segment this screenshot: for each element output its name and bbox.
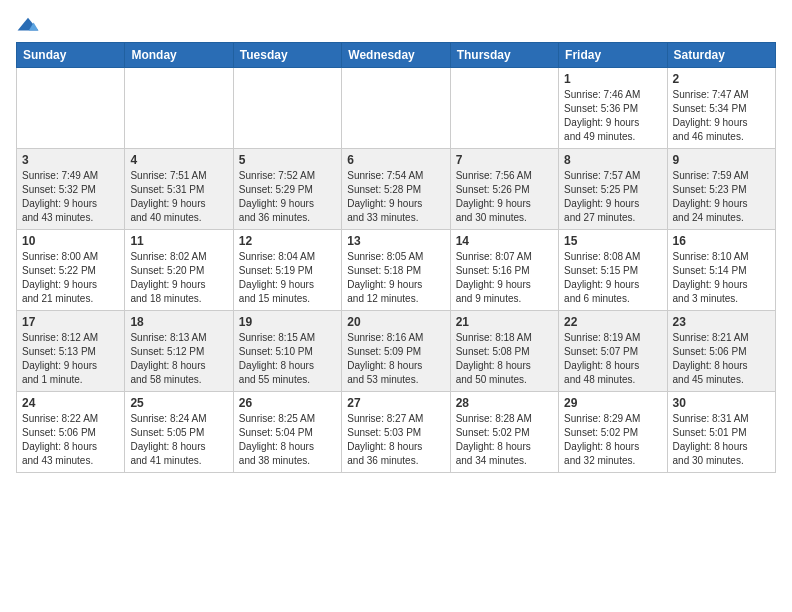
day-number: 4 bbox=[130, 153, 227, 167]
day-info: Sunrise: 8:24 AM Sunset: 5:05 PM Dayligh… bbox=[130, 412, 227, 468]
calendar-cell: 3Sunrise: 7:49 AM Sunset: 5:32 PM Daylig… bbox=[17, 149, 125, 230]
day-info: Sunrise: 8:27 AM Sunset: 5:03 PM Dayligh… bbox=[347, 412, 444, 468]
calendar-table: SundayMondayTuesdayWednesdayThursdayFrid… bbox=[16, 42, 776, 473]
calendar-cell bbox=[17, 68, 125, 149]
column-header-sunday: Sunday bbox=[17, 43, 125, 68]
day-info: Sunrise: 7:59 AM Sunset: 5:23 PM Dayligh… bbox=[673, 169, 770, 225]
day-info: Sunrise: 8:08 AM Sunset: 5:15 PM Dayligh… bbox=[564, 250, 661, 306]
day-info: Sunrise: 7:54 AM Sunset: 5:28 PM Dayligh… bbox=[347, 169, 444, 225]
column-header-tuesday: Tuesday bbox=[233, 43, 341, 68]
day-info: Sunrise: 7:57 AM Sunset: 5:25 PM Dayligh… bbox=[564, 169, 661, 225]
calendar-cell: 24Sunrise: 8:22 AM Sunset: 5:06 PM Dayli… bbox=[17, 392, 125, 473]
day-info: Sunrise: 8:04 AM Sunset: 5:19 PM Dayligh… bbox=[239, 250, 336, 306]
day-info: Sunrise: 8:19 AM Sunset: 5:07 PM Dayligh… bbox=[564, 331, 661, 387]
calendar-cell: 16Sunrise: 8:10 AM Sunset: 5:14 PM Dayli… bbox=[667, 230, 775, 311]
day-info: Sunrise: 8:02 AM Sunset: 5:20 PM Dayligh… bbox=[130, 250, 227, 306]
day-number: 26 bbox=[239, 396, 336, 410]
day-info: Sunrise: 8:00 AM Sunset: 5:22 PM Dayligh… bbox=[22, 250, 119, 306]
column-header-friday: Friday bbox=[559, 43, 667, 68]
day-number: 1 bbox=[564, 72, 661, 86]
day-info: Sunrise: 8:18 AM Sunset: 5:08 PM Dayligh… bbox=[456, 331, 553, 387]
day-number: 2 bbox=[673, 72, 770, 86]
week-row-2: 3Sunrise: 7:49 AM Sunset: 5:32 PM Daylig… bbox=[17, 149, 776, 230]
day-number: 27 bbox=[347, 396, 444, 410]
calendar-cell: 10Sunrise: 8:00 AM Sunset: 5:22 PM Dayli… bbox=[17, 230, 125, 311]
day-number: 7 bbox=[456, 153, 553, 167]
logo bbox=[16, 16, 50, 34]
calendar-cell: 11Sunrise: 8:02 AM Sunset: 5:20 PM Dayli… bbox=[125, 230, 233, 311]
day-number: 28 bbox=[456, 396, 553, 410]
calendar-body: 1Sunrise: 7:46 AM Sunset: 5:36 PM Daylig… bbox=[17, 68, 776, 473]
calendar-cell: 18Sunrise: 8:13 AM Sunset: 5:12 PM Dayli… bbox=[125, 311, 233, 392]
calendar-cell: 7Sunrise: 7:56 AM Sunset: 5:26 PM Daylig… bbox=[450, 149, 558, 230]
day-number: 17 bbox=[22, 315, 119, 329]
day-info: Sunrise: 8:25 AM Sunset: 5:04 PM Dayligh… bbox=[239, 412, 336, 468]
calendar-cell: 26Sunrise: 8:25 AM Sunset: 5:04 PM Dayli… bbox=[233, 392, 341, 473]
day-number: 22 bbox=[564, 315, 661, 329]
column-header-wednesday: Wednesday bbox=[342, 43, 450, 68]
calendar-cell: 4Sunrise: 7:51 AM Sunset: 5:31 PM Daylig… bbox=[125, 149, 233, 230]
calendar-cell bbox=[450, 68, 558, 149]
day-number: 19 bbox=[239, 315, 336, 329]
logo-icon bbox=[16, 16, 40, 34]
week-row-1: 1Sunrise: 7:46 AM Sunset: 5:36 PM Daylig… bbox=[17, 68, 776, 149]
day-number: 6 bbox=[347, 153, 444, 167]
header-row: SundayMondayTuesdayWednesdayThursdayFrid… bbox=[17, 43, 776, 68]
calendar-header: SundayMondayTuesdayWednesdayThursdayFrid… bbox=[17, 43, 776, 68]
calendar-cell: 8Sunrise: 7:57 AM Sunset: 5:25 PM Daylig… bbox=[559, 149, 667, 230]
day-info: Sunrise: 7:51 AM Sunset: 5:31 PM Dayligh… bbox=[130, 169, 227, 225]
day-info: Sunrise: 8:22 AM Sunset: 5:06 PM Dayligh… bbox=[22, 412, 119, 468]
calendar-cell: 17Sunrise: 8:12 AM Sunset: 5:13 PM Dayli… bbox=[17, 311, 125, 392]
calendar-cell: 29Sunrise: 8:29 AM Sunset: 5:02 PM Dayli… bbox=[559, 392, 667, 473]
column-header-monday: Monday bbox=[125, 43, 233, 68]
day-info: Sunrise: 8:10 AM Sunset: 5:14 PM Dayligh… bbox=[673, 250, 770, 306]
day-number: 15 bbox=[564, 234, 661, 248]
day-number: 18 bbox=[130, 315, 227, 329]
calendar-cell: 12Sunrise: 8:04 AM Sunset: 5:19 PM Dayli… bbox=[233, 230, 341, 311]
day-info: Sunrise: 8:29 AM Sunset: 5:02 PM Dayligh… bbox=[564, 412, 661, 468]
day-number: 13 bbox=[347, 234, 444, 248]
calendar-cell: 27Sunrise: 8:27 AM Sunset: 5:03 PM Dayli… bbox=[342, 392, 450, 473]
day-info: Sunrise: 8:16 AM Sunset: 5:09 PM Dayligh… bbox=[347, 331, 444, 387]
day-info: Sunrise: 8:05 AM Sunset: 5:18 PM Dayligh… bbox=[347, 250, 444, 306]
day-number: 21 bbox=[456, 315, 553, 329]
column-header-saturday: Saturday bbox=[667, 43, 775, 68]
day-number: 25 bbox=[130, 396, 227, 410]
calendar-cell bbox=[342, 68, 450, 149]
day-info: Sunrise: 7:56 AM Sunset: 5:26 PM Dayligh… bbox=[456, 169, 553, 225]
calendar-cell: 30Sunrise: 8:31 AM Sunset: 5:01 PM Dayli… bbox=[667, 392, 775, 473]
calendar-cell bbox=[125, 68, 233, 149]
calendar-cell: 20Sunrise: 8:16 AM Sunset: 5:09 PM Dayli… bbox=[342, 311, 450, 392]
calendar-cell bbox=[233, 68, 341, 149]
calendar-cell: 25Sunrise: 8:24 AM Sunset: 5:05 PM Dayli… bbox=[125, 392, 233, 473]
day-info: Sunrise: 7:52 AM Sunset: 5:29 PM Dayligh… bbox=[239, 169, 336, 225]
day-number: 12 bbox=[239, 234, 336, 248]
day-number: 16 bbox=[673, 234, 770, 248]
calendar-cell: 14Sunrise: 8:07 AM Sunset: 5:16 PM Dayli… bbox=[450, 230, 558, 311]
day-number: 24 bbox=[22, 396, 119, 410]
week-row-3: 10Sunrise: 8:00 AM Sunset: 5:22 PM Dayli… bbox=[17, 230, 776, 311]
day-number: 3 bbox=[22, 153, 119, 167]
calendar-cell: 1Sunrise: 7:46 AM Sunset: 5:36 PM Daylig… bbox=[559, 68, 667, 149]
week-row-4: 17Sunrise: 8:12 AM Sunset: 5:13 PM Dayli… bbox=[17, 311, 776, 392]
day-info: Sunrise: 8:28 AM Sunset: 5:02 PM Dayligh… bbox=[456, 412, 553, 468]
calendar-cell: 23Sunrise: 8:21 AM Sunset: 5:06 PM Dayli… bbox=[667, 311, 775, 392]
calendar-cell: 22Sunrise: 8:19 AM Sunset: 5:07 PM Dayli… bbox=[559, 311, 667, 392]
week-row-5: 24Sunrise: 8:22 AM Sunset: 5:06 PM Dayli… bbox=[17, 392, 776, 473]
day-number: 5 bbox=[239, 153, 336, 167]
day-info: Sunrise: 8:15 AM Sunset: 5:10 PM Dayligh… bbox=[239, 331, 336, 387]
calendar-cell: 9Sunrise: 7:59 AM Sunset: 5:23 PM Daylig… bbox=[667, 149, 775, 230]
calendar-cell: 5Sunrise: 7:52 AM Sunset: 5:29 PM Daylig… bbox=[233, 149, 341, 230]
day-info: Sunrise: 7:46 AM Sunset: 5:36 PM Dayligh… bbox=[564, 88, 661, 144]
day-info: Sunrise: 8:12 AM Sunset: 5:13 PM Dayligh… bbox=[22, 331, 119, 387]
day-number: 14 bbox=[456, 234, 553, 248]
day-info: Sunrise: 8:31 AM Sunset: 5:01 PM Dayligh… bbox=[673, 412, 770, 468]
day-number: 23 bbox=[673, 315, 770, 329]
day-number: 8 bbox=[564, 153, 661, 167]
day-number: 10 bbox=[22, 234, 119, 248]
calendar-cell: 13Sunrise: 8:05 AM Sunset: 5:18 PM Dayli… bbox=[342, 230, 450, 311]
day-info: Sunrise: 8:21 AM Sunset: 5:06 PM Dayligh… bbox=[673, 331, 770, 387]
calendar-cell: 15Sunrise: 8:08 AM Sunset: 5:15 PM Dayli… bbox=[559, 230, 667, 311]
day-info: Sunrise: 8:13 AM Sunset: 5:12 PM Dayligh… bbox=[130, 331, 227, 387]
day-number: 30 bbox=[673, 396, 770, 410]
